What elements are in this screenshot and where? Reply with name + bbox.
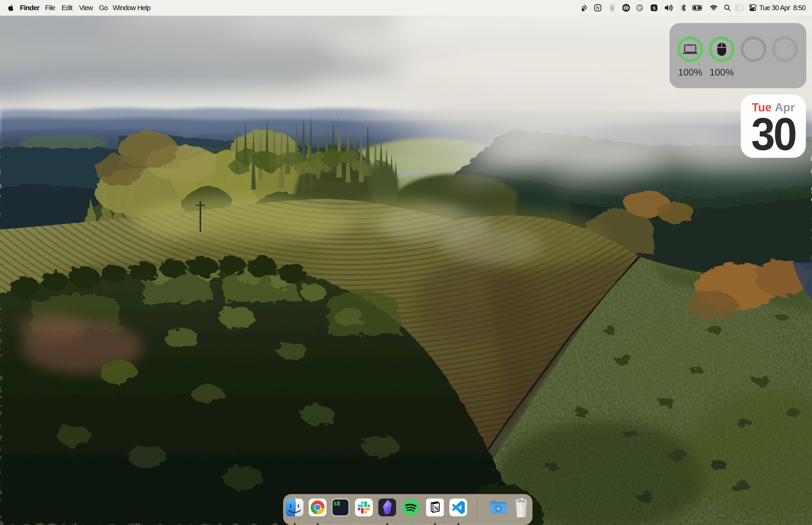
svg-text:S: S: [653, 5, 656, 11]
svg-text:N: N: [596, 5, 599, 11]
svg-text:N: N: [434, 505, 439, 512]
svg-text:$: $: [334, 501, 337, 507]
